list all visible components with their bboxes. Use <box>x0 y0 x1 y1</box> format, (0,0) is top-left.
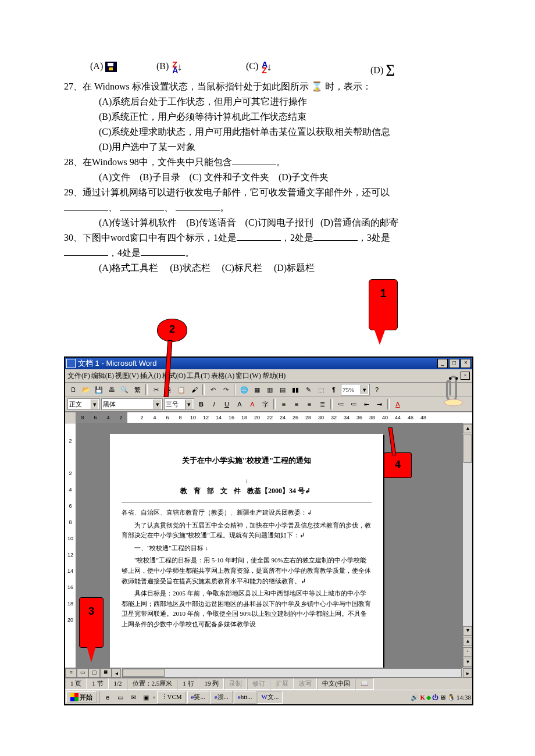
redo-icon[interactable]: ↷ <box>220 384 231 395</box>
scroll-track[interactable] <box>463 434 472 626</box>
align-left-icon[interactable]: ≡ <box>278 398 290 410</box>
italic-icon[interactable]: I <box>208 398 220 410</box>
menu-insert[interactable]: 插入(I) <box>140 370 161 381</box>
outline-view-icon[interactable]: ≣ <box>100 668 112 677</box>
status-book-icon[interactable]: 📖 <box>355 678 374 690</box>
window-controls: _ □ × <box>437 359 471 368</box>
arrow-down-icon: ↓ <box>177 61 182 73</box>
help-icon[interactable]: ? <box>371 384 383 395</box>
doc-p3: "校校通"工程的目标是：用 5-10 年时间，使全国 90%左右的独立建制的中小… <box>122 555 372 586</box>
q27-a: (A)系统后台处于工作状态，但用户可其它进行操作 <box>64 95 471 109</box>
save-icon[interactable]: 💾 <box>93 384 105 395</box>
size-combo[interactable]: 三号▾ <box>164 398 194 410</box>
tray-o-icon[interactable]: ⏻ <box>432 693 438 702</box>
scroll-thumb[interactable] <box>463 434 472 463</box>
tray-k-icon[interactable]: K <box>420 693 425 702</box>
paste-icon[interactable]: 📋 <box>176 384 187 395</box>
char-scale-icon[interactable]: 字 <box>259 398 271 410</box>
decrease-indent-icon[interactable]: ⇤ <box>361 398 372 410</box>
h-scroll-track[interactable] <box>122 668 462 677</box>
web-view-icon[interactable]: ▭ <box>77 668 88 677</box>
task-item[interactable]: e浙... <box>211 691 233 704</box>
task-item-active[interactable]: W文... <box>258 691 283 704</box>
clippy-assistant-icon[interactable] <box>441 374 469 406</box>
quick-app-icon[interactable]: ▣ <box>140 691 152 703</box>
tables-borders-icon[interactable]: ▦ <box>251 384 263 395</box>
quick-ie-icon[interactable]: e <box>102 691 113 703</box>
preview-icon[interactable]: 🔍 <box>119 384 130 395</box>
drawing-icon[interactable]: ✎ <box>302 384 314 395</box>
horizontal-ruler[interactable]: 8 6 4 2 2 4 6 8 10 12 14 16 18 20 <box>65 412 472 423</box>
align-justify-icon[interactable]: ≣ <box>316 398 328 410</box>
close-button[interactable]: × <box>461 359 471 368</box>
tray-net-icon[interactable]: ◆ <box>426 693 431 702</box>
maximize-button[interactable]: □ <box>449 359 459 368</box>
undo-icon[interactable]: ↶ <box>207 384 219 395</box>
task-item[interactable]: e笑... <box>187 691 209 704</box>
font-combo[interactable]: 黑体▾ <box>101 398 163 410</box>
bold-icon[interactable]: B <box>195 398 207 410</box>
menu-window[interactable]: 窗口(W) <box>236 370 261 381</box>
show-paragraph-icon[interactable]: ¶ <box>328 384 340 395</box>
underline-icon[interactable]: U <box>221 398 233 410</box>
excel-icon[interactable]: ▤ <box>277 384 288 395</box>
char-shading-icon[interactable]: A <box>247 398 258 410</box>
menu-edit[interactable]: 编辑(E) <box>91 370 114 381</box>
tray-penguin-icon[interactable]: 🐧 <box>447 693 455 702</box>
status-page: 1 页 <box>65 678 87 690</box>
menu-table[interactable]: 表格(A) <box>211 370 235 381</box>
task-item[interactable]: ⋮VCM <box>157 691 186 704</box>
prev-page-icon[interactable]: ▴ <box>463 637 472 646</box>
trad-simp-icon[interactable]: 繁 <box>131 384 143 395</box>
q30-stem-1: 30、下图中word窗口中有四个标示，1处是，2处是，3处是 <box>64 231 471 245</box>
title-bar[interactable]: 文档 1 - Microsoft Word _ □ × <box>65 358 472 369</box>
doc-title: 关于在中小学实施"校校通"工程的通知 <box>122 455 372 467</box>
scroll-up-icon[interactable]: ▴ <box>463 424 472 433</box>
print-view-icon[interactable]: ▢ <box>88 668 100 677</box>
print-icon[interactable]: 🖶 <box>106 384 117 395</box>
align-center-icon[interactable]: ≡ <box>291 398 302 410</box>
quick-oe-icon[interactable]: ✉ <box>127 691 139 703</box>
char-border-icon[interactable]: A <box>234 398 245 410</box>
task-item[interactable]: ehtt... <box>234 691 256 704</box>
numbered-list-icon[interactable]: ≔ <box>335 398 347 410</box>
menu-file[interactable]: 文件(F) <box>67 370 90 381</box>
tray-monitor-icon[interactable]: 🖥 <box>440 693 446 702</box>
vertical-scrollbar[interactable]: ▴ ▾ ▴ ◦ ▾ <box>462 423 472 668</box>
view-buttons: ≡ ▭ ▢ ≣ <box>65 668 112 677</box>
increase-indent-icon[interactable]: ⇥ <box>373 398 385 410</box>
menu-view[interactable]: 视图(V) <box>115 370 139 381</box>
tray-speaker-icon[interactable]: 🔊 <box>411 693 419 702</box>
zoom-combo[interactable]: 75%▾ <box>341 384 370 395</box>
scroll-right-icon[interactable]: ▸ <box>463 668 472 677</box>
normal-view-icon[interactable]: ≡ <box>65 668 77 677</box>
doc-map-icon[interactable]: ⬚ <box>315 384 327 395</box>
minimize-button[interactable]: _ <box>437 359 448 368</box>
browse-object-icon[interactable]: ◦ <box>463 647 472 657</box>
format-painter-icon[interactable]: 🖌 <box>188 384 200 395</box>
h-scroll-thumb[interactable] <box>123 669 165 677</box>
cut-icon[interactable]: ✂ <box>150 384 162 395</box>
bullet-list-icon[interactable]: ≔ <box>348 398 359 410</box>
open-icon[interactable]: 📂 <box>80 384 92 395</box>
vertical-ruler[interactable]: 2 2 4 6 8 10 12 14 16 18 20 <box>65 423 76 668</box>
hyperlink-icon[interactable]: 🌐 <box>238 384 250 395</box>
new-icon[interactable]: 🗋 <box>67 384 79 395</box>
horizontal-scrollbar: ≡ ▭ ▢ ≣ ◂ ▸ <box>65 668 472 677</box>
opt-b: (B) ZA ↓ <box>156 59 244 79</box>
menu-tools[interactable]: 工具(T) <box>187 370 209 381</box>
svg-point-1 <box>455 377 458 380</box>
align-right-icon[interactable]: ≡ <box>304 398 315 410</box>
menu-help[interactable]: 帮助(H) <box>262 370 286 381</box>
next-page-icon[interactable]: ▾ <box>463 658 472 667</box>
start-button[interactable]: 开始 <box>66 691 97 704</box>
quick-desktop-icon[interactable]: ▭ <box>115 691 126 703</box>
svg-point-2 <box>444 400 462 406</box>
scroll-left-icon[interactable]: ◂ <box>112 668 121 677</box>
scroll-down-icon[interactable]: ▾ <box>463 626 472 636</box>
insert-table-icon[interactable]: ▥ <box>264 384 276 395</box>
style-combo[interactable]: 正文▾ <box>67 398 100 410</box>
columns-icon[interactable]: ▮▮ <box>290 384 301 395</box>
tray-clock[interactable]: 14:38 <box>456 693 471 702</box>
font-color-icon[interactable]: A <box>392 398 404 410</box>
